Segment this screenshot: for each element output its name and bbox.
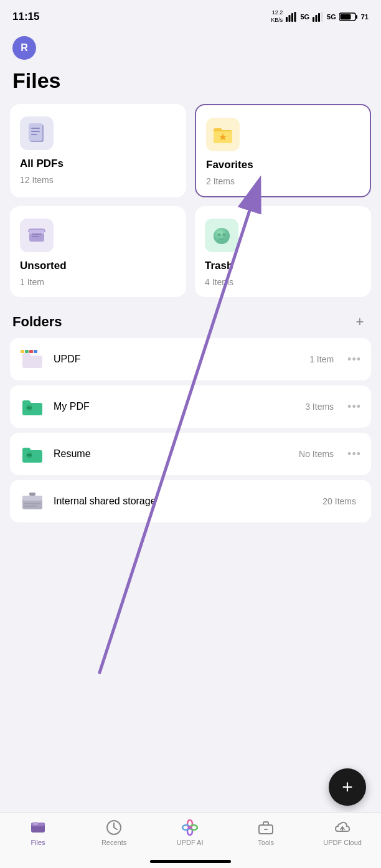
tools-nav-icon xyxy=(257,819,275,836)
updf-ai-nav-icon xyxy=(181,819,199,836)
category-card-unsorted[interactable]: Unsorted 1 Item xyxy=(10,206,186,297)
svg-rect-35 xyxy=(24,503,40,504)
folder-name-internal-storage: Internal shared storage xyxy=(54,496,314,507)
svg-rect-5 xyxy=(316,15,318,22)
battery-level: 71 xyxy=(361,13,369,21)
avatar[interactable]: R xyxy=(12,36,36,60)
signal-icon-2 xyxy=(313,12,324,22)
svg-rect-20 xyxy=(32,236,39,237)
nav-item-updf-ai[interactable]: UPDF AI xyxy=(171,819,209,846)
trash-name: Trash xyxy=(205,260,361,272)
svg-rect-30 xyxy=(27,407,32,409)
svg-rect-37 xyxy=(29,493,35,496)
svg-rect-32 xyxy=(27,454,32,456)
folder-count-internal-storage: 20 Items xyxy=(322,496,356,506)
folder-icon-internal-storage xyxy=(20,489,45,514)
svg-rect-2 xyxy=(291,13,293,22)
svg-rect-27 xyxy=(29,350,33,353)
folder-more-my-pdf[interactable]: ••• xyxy=(347,400,361,413)
svg-rect-52 xyxy=(264,829,268,830)
status-icons: 12.2KB/s 5G 5G 71 xyxy=(271,9,369,24)
updf-ai-nav-label: UPDF AI xyxy=(177,839,204,846)
folder-name-my-pdf: My PDF xyxy=(54,401,296,412)
unsorted-icon xyxy=(20,219,54,252)
svg-rect-18 xyxy=(29,229,44,234)
folder-count-my-pdf: 3 Items xyxy=(305,402,334,412)
svg-line-45 xyxy=(114,828,117,829)
files-nav-icon xyxy=(29,819,47,836)
signal-icon xyxy=(286,12,297,22)
fab-button[interactable]: + xyxy=(329,768,366,806)
all-pdfs-icon xyxy=(20,116,54,150)
folder-name-updf: UPDF xyxy=(54,354,301,365)
updf-cloud-nav-label: UPDF Cloud xyxy=(323,839,362,846)
svg-rect-19 xyxy=(32,234,42,235)
folder-item-updf[interactable]: UPDF 1 Item ••• xyxy=(10,338,371,380)
category-card-trash[interactable]: Trash 4 Items xyxy=(195,206,371,297)
nav-item-updf-cloud[interactable]: UPDF Cloud xyxy=(323,819,362,846)
svg-rect-36 xyxy=(24,506,37,507)
folders-section: Folders + UPDF 1 Item ••• xyxy=(0,307,381,526)
status-bar: 11:15 12.2KB/s 5G 5G 71 xyxy=(0,0,381,31)
folder-item-my-pdf[interactable]: My PDF 3 Items ••• xyxy=(10,385,371,428)
svg-rect-26 xyxy=(25,350,29,353)
svg-rect-14 xyxy=(31,131,40,132)
folder-icon-my-pdf xyxy=(20,394,45,419)
svg-rect-28 xyxy=(34,350,37,353)
folder-item-resume[interactable]: Resume No Items ••• xyxy=(10,433,371,475)
tools-nav-label: Tools xyxy=(258,839,274,846)
nav-item-tools[interactable]: Tools xyxy=(247,819,285,846)
add-folder-button[interactable]: + xyxy=(351,313,369,331)
svg-rect-7 xyxy=(321,12,323,22)
svg-rect-34 xyxy=(22,496,42,501)
battery-icon xyxy=(339,12,358,22)
folders-title: Folders xyxy=(12,314,62,330)
svg-rect-42 xyxy=(33,822,38,825)
svg-rect-3 xyxy=(294,12,296,22)
folder-list: UPDF 1 Item ••• My PDF 3 Items ••• xyxy=(10,338,371,526)
all-pdfs-name: All PDFs xyxy=(20,158,176,170)
favorites-count: 2 Items xyxy=(206,176,360,186)
svg-point-22 xyxy=(214,228,230,244)
trash-count: 4 Items xyxy=(205,277,361,287)
unsorted-count: 1 Item xyxy=(20,277,176,287)
svg-rect-6 xyxy=(318,13,320,22)
network-speed: 12.2KB/s xyxy=(271,9,283,24)
folder-more-updf[interactable]: ••• xyxy=(347,353,361,366)
folder-more-resume[interactable]: ••• xyxy=(347,448,361,461)
svg-rect-1 xyxy=(289,15,291,22)
folder-count-updf: 1 Item xyxy=(309,354,334,364)
svg-rect-9 xyxy=(355,15,357,19)
svg-rect-0 xyxy=(286,17,288,22)
category-card-all-pdfs[interactable]: All PDFs 12 Items xyxy=(10,104,186,197)
svg-rect-10 xyxy=(340,14,350,20)
folder-item-internal-storage[interactable]: Internal shared storage 20 Items xyxy=(10,480,371,522)
header: R xyxy=(0,31,381,66)
5g-badge-2: 5G xyxy=(327,13,336,21)
svg-point-50 xyxy=(189,826,192,829)
category-card-favorites[interactable]: Favorites 2 Items xyxy=(195,104,371,197)
page-title-section: Files xyxy=(0,66,381,104)
folder-name-resume: Resume xyxy=(54,448,290,460)
home-indicator xyxy=(150,860,231,863)
svg-point-24 xyxy=(223,234,226,237)
svg-rect-4 xyxy=(313,17,314,22)
bottom-nav: Files Recents UPDF AI xyxy=(0,812,381,868)
categories-grid: All PDFs 12 Items Favorites 2 Items xyxy=(0,104,381,307)
nav-item-files[interactable]: Files xyxy=(19,819,57,846)
folders-header: Folders + xyxy=(10,313,371,331)
folder-count-resume: No Items xyxy=(299,449,334,459)
updf-cloud-nav-icon xyxy=(334,819,351,836)
5g-badge: 5G xyxy=(300,13,309,21)
svg-point-23 xyxy=(218,234,221,237)
trash-icon xyxy=(205,219,238,252)
recents-nav-label: Recents xyxy=(101,839,126,846)
all-pdfs-count: 12 Items xyxy=(20,175,176,185)
nav-item-recents[interactable]: Recents xyxy=(95,819,133,846)
folder-icon-updf xyxy=(20,347,45,372)
folder-icon-resume xyxy=(20,441,45,466)
svg-rect-25 xyxy=(21,350,24,353)
svg-rect-15 xyxy=(31,134,37,135)
favorites-icon xyxy=(206,118,240,151)
status-time: 11:15 xyxy=(12,11,39,23)
